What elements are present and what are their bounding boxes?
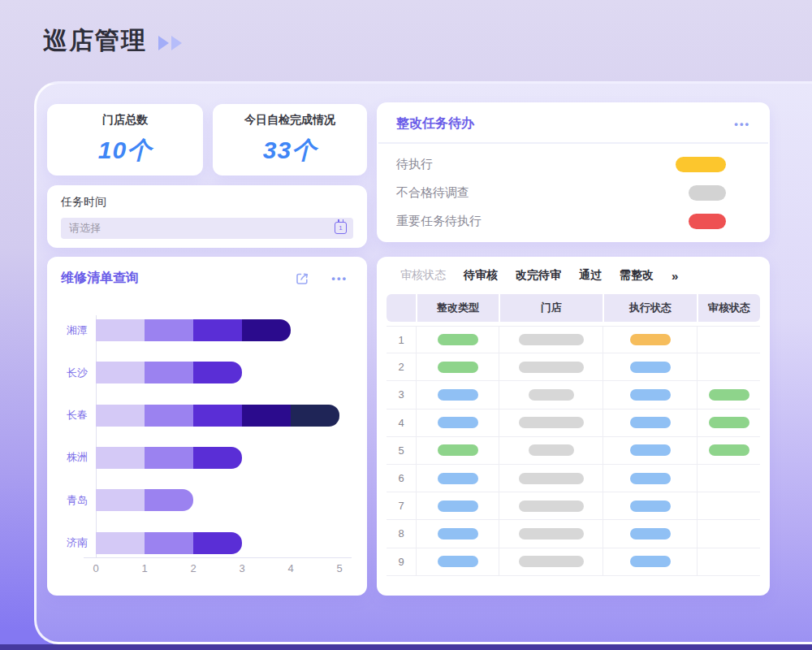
exec-status-pill	[630, 473, 671, 484]
table-row[interactable]: 3	[387, 381, 760, 409]
bar-segment	[96, 532, 145, 554]
chart-row: 湘潭	[47, 319, 367, 341]
stacked-bar	[96, 447, 242, 469]
todo-card-title: 整改任务待办	[396, 115, 474, 132]
tab-需整改[interactable]: 需整改	[620, 268, 654, 283]
table-cell	[499, 410, 603, 436]
table-row[interactable]: 9	[387, 548, 760, 576]
exec-status-pill	[630, 417, 671, 428]
chart-x-tick: 0	[93, 562, 98, 574]
ellipsis-menu-icon[interactable]: •••	[331, 272, 348, 284]
store-pill	[529, 389, 574, 401]
todo-card: 整改任务待办 ••• 待执行不合格待调查重要任务待执行	[377, 102, 770, 242]
store-pill	[519, 528, 584, 540]
table-header-cell	[387, 294, 416, 322]
chart-y-axis	[96, 315, 97, 557]
table-cell	[416, 437, 499, 464]
bar-segment	[193, 405, 242, 427]
stacked-bar	[96, 489, 193, 511]
task-time-select[interactable]: 请选择 1	[61, 218, 353, 239]
table-cell	[416, 327, 499, 353]
table-row[interactable]: 6	[387, 465, 760, 492]
repair-list-card: 维修清单查询 ••• 湘潭长沙长春株洲青岛济南012345	[47, 257, 367, 596]
type-pill	[438, 362, 478, 373]
share-icon[interactable]	[295, 271, 310, 286]
chart-category-label: 济南	[47, 535, 88, 550]
table-cell	[499, 520, 603, 547]
table-cell	[499, 465, 603, 492]
repair-bar-chart: 湘潭长沙长春株洲青岛济南012345	[47, 311, 367, 587]
type-pill	[438, 389, 478, 401]
store-pill	[519, 556, 584, 567]
bar-segment	[145, 532, 193, 554]
type-pill	[438, 556, 478, 567]
review-table-card: 审核状态 待审核改完待审通过需整改» 整改类型门店执行状态审核状态 123456…	[377, 257, 770, 596]
table-header-cell: 门店	[499, 294, 603, 322]
table-row[interactable]: 4	[387, 410, 760, 437]
review-status-pill	[709, 444, 749, 456]
bar-segment	[193, 319, 242, 341]
bar-segment	[145, 489, 193, 511]
task-time-card: 任务时间 请选择 1	[47, 185, 367, 248]
table-cell	[603, 520, 697, 547]
stat-value: 10个	[98, 134, 152, 167]
table-cell	[499, 353, 603, 380]
table-cell	[603, 548, 697, 575]
bar-segment	[145, 447, 193, 469]
bar-segment	[145, 405, 193, 427]
tab-待审核[interactable]: 待审核	[464, 268, 498, 283]
chart-category-label: 青岛	[47, 493, 88, 508]
store-pill	[529, 444, 574, 456]
table-cell	[416, 381, 499, 408]
table-cell	[697, 437, 760, 464]
stat-card-self-check: 今日自检完成情况 33个	[213, 104, 367, 176]
table-header: 整改类型门店执行状态审核状态	[387, 294, 760, 322]
stacked-bar	[96, 532, 242, 554]
tab-通过[interactable]: 通过	[579, 268, 602, 283]
row-index-cell: 7	[387, 492, 416, 519]
stacked-bar	[96, 319, 291, 341]
tab-改完待审[interactable]: 改完待审	[516, 268, 561, 283]
status-pill	[689, 185, 726, 201]
page-header: 巡店管理	[43, 24, 182, 58]
table-cell	[697, 465, 760, 492]
table-cell	[603, 437, 697, 464]
type-pill	[438, 528, 478, 540]
chart-category-label: 株洲	[47, 450, 88, 465]
table-row[interactable]: 2	[387, 353, 760, 381]
store-pill	[519, 362, 584, 373]
table-cell	[697, 327, 760, 353]
table-row[interactable]: 1	[387, 326, 760, 353]
table-cell	[416, 548, 499, 575]
stat-value: 33个	[263, 134, 317, 167]
bar-segment	[145, 362, 193, 384]
chart-x-tick: 5	[336, 562, 342, 574]
repair-card-title: 维修清单查询	[61, 270, 295, 287]
table-cell	[499, 492, 603, 519]
table-row[interactable]: 8	[387, 520, 760, 548]
chevron-more-icon[interactable]: »	[672, 269, 678, 283]
stacked-bar	[96, 362, 242, 384]
chart-row: 株洲	[47, 447, 367, 469]
title-arrows-icon	[158, 36, 182, 50]
bar-segment	[242, 405, 291, 427]
table-row[interactable]: 5	[387, 437, 760, 465]
todo-item-label: 待执行	[396, 157, 433, 172]
stat-label: 今日自检完成情况	[244, 113, 335, 128]
exec-status-pill	[630, 334, 671, 345]
chart-category-label: 长春	[47, 408, 88, 422]
chart-row: 济南	[47, 532, 367, 554]
exec-status-pill	[630, 528, 671, 540]
store-pill	[519, 473, 584, 484]
table-cell	[499, 327, 603, 353]
todo-item: 待执行	[377, 150, 770, 179]
todo-item-label: 不合格待调查	[396, 185, 469, 201]
bar-segment	[291, 405, 339, 427]
table-row[interactable]: 7	[387, 492, 760, 520]
todo-list: 待执行不合格待调查重要任务待执行	[377, 144, 770, 236]
bar-segment	[145, 319, 193, 341]
ellipsis-menu-icon[interactable]: •••	[734, 118, 750, 130]
type-pill	[438, 500, 478, 512]
table-cell	[697, 492, 760, 519]
table-header-cell: 执行状态	[603, 294, 697, 322]
